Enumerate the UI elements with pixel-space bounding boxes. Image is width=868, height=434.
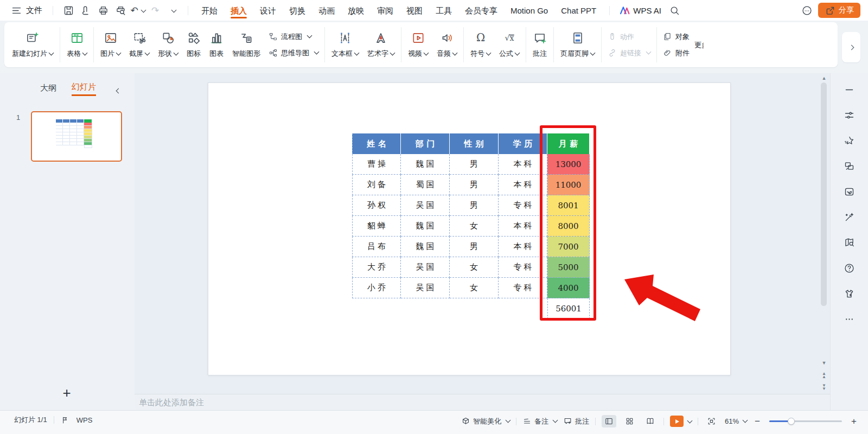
zoom-slider[interactable] bbox=[769, 420, 842, 422]
ribbon-button-符号[interactable]: Ω符号 bbox=[466, 28, 495, 62]
print-icon[interactable] bbox=[95, 3, 111, 18]
red-arrow-annotation[interactable] bbox=[623, 273, 706, 323]
menu-tab-插入[interactable]: 插入 bbox=[225, 2, 253, 20]
next-slide-icon[interactable]: ▼▼ bbox=[820, 384, 828, 390]
table-cell[interactable]: 魏国 bbox=[401, 154, 450, 175]
table-cell[interactable]: 女 bbox=[450, 216, 499, 237]
ribbon-button-形状[interactable]: 形状 bbox=[154, 28, 182, 62]
table-cell[interactable]: 大乔 bbox=[352, 257, 401, 278]
view-sorter-button[interactable] bbox=[622, 415, 637, 427]
star-resources-icon[interactable] bbox=[844, 135, 855, 146]
ribbon-more-label-clipped[interactable]: 更多 bbox=[694, 40, 704, 50]
table-cell[interactable]: 小乔 bbox=[352, 278, 401, 298]
feedback-icon[interactable] bbox=[799, 3, 815, 18]
print-preview-icon[interactable] bbox=[112, 3, 129, 18]
vertical-scrollbar[interactable] bbox=[821, 82, 827, 306]
table-cell[interactable]: 孙权 bbox=[352, 195, 401, 216]
table-cell[interactable]: 男 bbox=[450, 175, 499, 195]
search-icon[interactable] bbox=[667, 3, 683, 18]
ribbon-button-图表[interactable]: 图表 bbox=[205, 28, 228, 62]
selection-highlight-box[interactable] bbox=[540, 125, 596, 321]
find-replace-icon[interactable] bbox=[844, 237, 855, 248]
menu-tab-Chat PPT[interactable]: Chat PPT bbox=[555, 2, 602, 20]
zoom-level-control[interactable]: 61% bbox=[725, 417, 747, 425]
more-commands-icon[interactable] bbox=[164, 3, 181, 18]
ribbon-button-对象[interactable]: 对象 bbox=[663, 32, 690, 42]
ribbon-button-智能图形[interactable]: 智能图形 bbox=[228, 28, 265, 62]
table-header-cell[interactable]: 姓名 bbox=[352, 133, 401, 154]
table-header-cell[interactable]: 部门 bbox=[401, 133, 450, 154]
menu-tab-设计[interactable]: 设计 bbox=[254, 2, 282, 20]
table-cell[interactable]: 吴国 bbox=[401, 257, 450, 278]
zoom-out-button[interactable]: − bbox=[753, 416, 762, 427]
tab-slides[interactable]: 幻灯片 bbox=[72, 82, 96, 96]
wps-flag-icon[interactable] bbox=[61, 416, 70, 425]
ribbon-button-文本框[interactable]: 文本框 bbox=[327, 28, 363, 62]
ribbon-button-图片[interactable]: 图片 bbox=[96, 28, 125, 62]
collapse-ribbon-icon[interactable] bbox=[844, 84, 855, 95]
view-read-button[interactable] bbox=[643, 415, 658, 427]
undo-icon[interactable]: ↶ bbox=[130, 3, 146, 18]
ribbon-button-表格[interactable]: 表格 bbox=[62, 28, 91, 62]
scroll-down-icon[interactable]: ▼ bbox=[820, 360, 828, 366]
view-normal-button[interactable] bbox=[602, 415, 616, 427]
table-cell[interactable]: 魏国 bbox=[401, 216, 450, 237]
table-cell[interactable]: 女 bbox=[450, 278, 499, 298]
menu-tab-放映[interactable]: 放映 bbox=[342, 2, 370, 20]
menu-tab-审阅[interactable]: 审阅 bbox=[371, 2, 399, 20]
menu-tab-视图[interactable]: 视图 bbox=[400, 2, 429, 20]
settings-sliders-icon[interactable] bbox=[844, 110, 855, 121]
table-cell[interactable]: 女 bbox=[450, 257, 499, 278]
help-icon[interactable] bbox=[844, 263, 855, 274]
table-cell[interactable]: 曹操 bbox=[352, 154, 401, 175]
zoom-in-button[interactable]: + bbox=[850, 416, 858, 427]
table-cell[interactable]: 刘备 bbox=[352, 175, 401, 195]
beautify-button[interactable]: 智能美化 bbox=[461, 417, 510, 426]
menu-tab-工具[interactable]: 工具 bbox=[430, 2, 458, 20]
share-button[interactable]: 分享 bbox=[818, 3, 860, 18]
export-pdf-icon[interactable] bbox=[78, 3, 94, 18]
slideshow-play-button[interactable] bbox=[670, 416, 692, 427]
ribbon-button-截屏[interactable]: 截屏 bbox=[125, 28, 154, 62]
ribbon-button-流程图[interactable]: 流程图 bbox=[269, 32, 318, 42]
ribbon-button-图标[interactable]: 图标 bbox=[182, 28, 205, 62]
menu-tab-会员专享[interactable]: 会员专享 bbox=[459, 2, 503, 20]
ribbon-button-批注[interactable]: 批注 bbox=[528, 28, 551, 62]
notes-button[interactable]: 备注 bbox=[522, 417, 557, 426]
table-cell[interactable]: 男 bbox=[450, 154, 499, 175]
ribbon-button-音频[interactable]: 音频 bbox=[432, 28, 461, 62]
menu-tab-切换[interactable]: 切换 bbox=[283, 2, 311, 20]
slide-thumbnail[interactable] bbox=[31, 111, 122, 162]
comment-button[interactable]: 批注 bbox=[563, 417, 589, 426]
ribbon-button-公式[interactable]: √x公式 bbox=[495, 28, 524, 62]
ribbon-button-视频[interactable]: 视频 bbox=[404, 28, 432, 62]
table-header-cell[interactable]: 性别 bbox=[450, 133, 499, 154]
table-cell[interactable]: 貂蝉 bbox=[352, 216, 401, 237]
menu-tab-动画[interactable]: 动画 bbox=[312, 2, 341, 20]
scroll-up-icon[interactable]: ▲ bbox=[820, 75, 828, 81]
table-cell[interactable]: 吴国 bbox=[401, 278, 450, 298]
ribbon-button-附件[interactable]: 附件 bbox=[663, 48, 690, 58]
menu-tab-开始[interactable]: 开始 bbox=[195, 2, 224, 20]
tab-outline[interactable]: 大纲 bbox=[40, 83, 56, 95]
slide-canvas[interactable]: 姓名曹操刘备孙权貂蝉吕布大乔小乔部门魏国蜀国吴国魏国魏国吴国吴国性别男男男女男女… bbox=[208, 82, 731, 375]
zoom-slider-knob[interactable] bbox=[788, 418, 795, 425]
table-cell[interactable]: 吴国 bbox=[401, 195, 450, 216]
ribbon-button-艺术字[interactable]: 艺术字 bbox=[363, 28, 399, 62]
table-cell[interactable]: 魏国 bbox=[401, 237, 450, 257]
fullscreen-button[interactable] bbox=[704, 415, 719, 427]
menu-tab-Motion Go[interactable]: Motion Go bbox=[505, 2, 554, 20]
skin-theme-icon[interactable] bbox=[844, 288, 855, 299]
notes-input[interactable]: 单击此处添加备注 bbox=[135, 394, 830, 410]
ribbon-button-新建幻灯片[interactable]: 新建幻灯片 bbox=[8, 28, 58, 62]
wps-ai-button[interactable]: WPS AI bbox=[617, 5, 663, 16]
table-cell[interactable]: 男 bbox=[450, 237, 499, 257]
eco-templates-icon[interactable] bbox=[844, 186, 855, 197]
file-menu-button[interactable]: 文件 bbox=[8, 5, 46, 16]
collapse-panel-icon[interactable] bbox=[117, 85, 120, 95]
add-slide-button[interactable]: + bbox=[59, 385, 75, 401]
table-cell[interactable]: 蜀国 bbox=[401, 175, 450, 195]
table-cell[interactable]: 吕布 bbox=[352, 237, 401, 257]
ribbon-expand-button[interactable] bbox=[842, 32, 860, 62]
previous-slide-icon[interactable]: ▲▲ bbox=[820, 372, 828, 378]
